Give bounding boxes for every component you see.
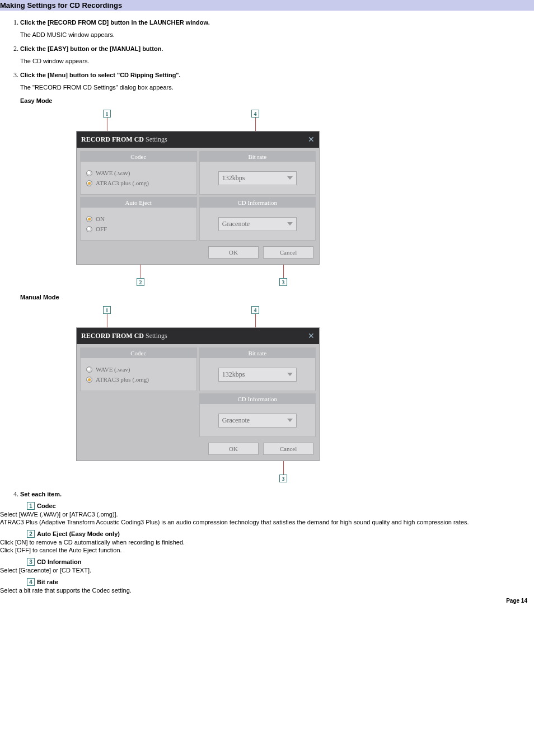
codec-panel: Codec WAVE (.wav) ATRAC3 plus (.omg) bbox=[80, 348, 197, 391]
close-icon[interactable]: ✕ bbox=[308, 135, 315, 144]
chevron-down-icon bbox=[287, 176, 293, 180]
ok-button[interactable]: OK bbox=[208, 246, 259, 259]
auto-eject-off-label: OFF bbox=[96, 226, 107, 232]
radio-icon bbox=[86, 216, 92, 222]
callout-4-icon: 4 bbox=[251, 110, 259, 118]
page-number: Page 14 bbox=[506, 598, 527, 604]
item-auto-eject-line1: Click [ON] to remove a CD automatically … bbox=[0, 539, 534, 546]
cd-info-select[interactable]: Gracenote bbox=[218, 414, 297, 428]
item-bitrate-num: 4 bbox=[27, 578, 35, 586]
record-from-cd-settings-dialog-easy: RECORD FROM CD Settings ✕ Codec WAVE (.w… bbox=[76, 131, 320, 265]
cd-info-value: Gracenote bbox=[222, 416, 250, 425]
codec-panel-head: Codec bbox=[81, 152, 196, 162]
ok-button[interactable]: OK bbox=[208, 443, 259, 455]
codec-atrac-radio[interactable]: ATRAC3 plus (.omg) bbox=[86, 180, 191, 186]
radio-icon bbox=[86, 377, 92, 383]
codec-wave-label: WAVE (.wav) bbox=[96, 366, 130, 373]
item-codec-line2: ATRAC3 Plus (Adaptive Transform Acoustic… bbox=[0, 519, 534, 525]
radio-icon bbox=[86, 367, 92, 373]
codec-panel-head: Codec bbox=[81, 348, 196, 358]
item-codec-num: 1 bbox=[27, 502, 35, 510]
callout-line bbox=[107, 118, 107, 131]
auto-eject-on-radio[interactable]: ON bbox=[86, 215, 191, 222]
callout-line bbox=[255, 118, 256, 131]
cd-info-panel: CD Information Gracenote bbox=[199, 197, 316, 241]
dialog-title-strong: RECORD FROM CD bbox=[81, 135, 144, 143]
codec-atrac-radio[interactable]: ATRAC3 plus (.omg) bbox=[86, 376, 191, 383]
item-auto-eject-line2: Click [OFF] to cancel the Auto Eject fun… bbox=[0, 547, 534, 553]
cd-info-select[interactable]: Gracenote bbox=[218, 217, 297, 231]
step-3-title: Click the [Menu] button to select "CD Ri… bbox=[20, 72, 181, 78]
bitrate-panel: Bit rate 132kbps bbox=[199, 151, 316, 195]
item-cd-info-num: 3 bbox=[27, 558, 35, 566]
codec-panel: Codec WAVE (.wav) ATRAC3 plus (.omg) bbox=[80, 151, 197, 195]
step-1-body: The ADD MUSIC window appears. bbox=[20, 31, 534, 38]
bitrate-panel-head: Bit rate bbox=[200, 152, 316, 162]
chevron-down-icon bbox=[287, 419, 293, 422]
easy-callout-top: 1 · 4 · bbox=[76, 110, 320, 131]
bitrate-panel-head: Bit rate bbox=[200, 348, 316, 358]
chevron-down-icon bbox=[287, 222, 293, 226]
step-4-title: Set each item. bbox=[20, 491, 62, 497]
callout-2-icon: 2 bbox=[137, 278, 144, 286]
record-from-cd-settings-dialog-manual: RECORD FROM CD Settings ✕ Codec WAVE (.w… bbox=[76, 327, 320, 461]
codec-atrac-label: ATRAC3 plus (.omg) bbox=[96, 180, 149, 186]
callout-1-icon: 1 bbox=[103, 306, 111, 314]
step-4: Set each item. bbox=[20, 490, 534, 499]
callout-4-icon: 4 bbox=[251, 306, 259, 314]
easy-mode-heading: Easy Mode bbox=[20, 97, 534, 104]
item-bitrate-line1: Select a bit rate that supports the Code… bbox=[0, 587, 534, 594]
item-bitrate-title: Bit rate bbox=[37, 579, 58, 585]
bitrate-select[interactable]: 132kbps bbox=[218, 171, 297, 185]
bitrate-panel: Bit rate 132kbps bbox=[199, 348, 316, 391]
item-bitrate: 4 Bit rate bbox=[27, 578, 534, 586]
step-1-title: Click the [RECORD FROM CD] button in the… bbox=[20, 19, 210, 26]
codec-wave-radio[interactable]: WAVE (.wav) bbox=[86, 366, 191, 373]
manual-callout-top: 1 · 4 · bbox=[76, 306, 320, 327]
callout-line bbox=[283, 265, 284, 278]
item-codec-title: Codec bbox=[37, 503, 56, 509]
item-codec-line1: Select [WAVE (.WAV)] or [ATRAC3 (.omg)]. bbox=[0, 511, 534, 518]
dialog-titlebar: RECORD FROM CD Settings ✕ bbox=[77, 328, 319, 344]
cd-info-value: Gracenote bbox=[222, 220, 250, 228]
bitrate-value: 132kbps bbox=[222, 370, 245, 379]
callout-line bbox=[255, 314, 256, 327]
callout-1-icon: 1 bbox=[103, 110, 111, 118]
auto-eject-panel-head: Auto Eject bbox=[81, 198, 196, 208]
close-icon[interactable]: ✕ bbox=[308, 331, 315, 341]
callout-3-icon: 3 bbox=[279, 278, 287, 286]
item-codec-line2-wrap: ATRAC3 Plus (Adaptive Transform Acoustic… bbox=[0, 519, 534, 525]
dialog-title-light: Settings bbox=[146, 332, 167, 340]
bitrate-value: 132kbps bbox=[222, 174, 245, 182]
auto-eject-panel: Auto Eject ON OFF bbox=[80, 197, 197, 241]
item-codec: 1 Codec bbox=[27, 502, 534, 510]
cancel-button[interactable]: Cancel bbox=[263, 246, 313, 259]
cd-info-panel: CD Information Gracenote bbox=[199, 393, 316, 437]
item-cd-info-title: CD Information bbox=[37, 558, 81, 565]
step-1: Click the [RECORD FROM CD] button in the… bbox=[20, 18, 534, 38]
chevron-down-icon bbox=[287, 373, 293, 376]
item-cd-info: 3 CD Information bbox=[27, 558, 534, 566]
callout-line bbox=[283, 461, 284, 475]
manual-callout-bottom: · 3 bbox=[76, 461, 320, 482]
bitrate-select[interactable]: 132kbps bbox=[218, 368, 297, 382]
step-2-body: The CD window appears. bbox=[20, 58, 534, 64]
callout-line bbox=[107, 314, 107, 327]
item-auto-eject-num: 2 bbox=[27, 530, 35, 538]
codec-wave-label: WAVE (.wav) bbox=[96, 170, 130, 176]
cancel-button[interactable]: Cancel bbox=[263, 443, 313, 455]
step-2-title: Click the [EASY] button or the [MANUAL] … bbox=[20, 45, 163, 52]
step-3-body: The "RECORD FROM CD Settings" dialog box… bbox=[20, 84, 534, 91]
dialog-titlebar: RECORD FROM CD Settings ✕ bbox=[77, 132, 319, 148]
cd-info-panel-head: CD Information bbox=[200, 394, 316, 404]
manual-mode-heading: Manual Mode bbox=[20, 294, 534, 300]
cd-info-panel-head: CD Information bbox=[200, 198, 316, 208]
codec-wave-radio[interactable]: WAVE (.wav) bbox=[86, 170, 191, 176]
radio-icon bbox=[86, 226, 92, 232]
auto-eject-off-radio[interactable]: OFF bbox=[86, 226, 191, 232]
radio-icon bbox=[86, 170, 92, 176]
easy-callout-bottom: · 2 · 3 bbox=[76, 265, 320, 286]
dialog-title-light: Settings bbox=[146, 135, 167, 143]
dialog-title-strong: RECORD FROM CD bbox=[81, 332, 144, 340]
step-3: Click the [Menu] button to select "CD Ri… bbox=[20, 71, 534, 482]
